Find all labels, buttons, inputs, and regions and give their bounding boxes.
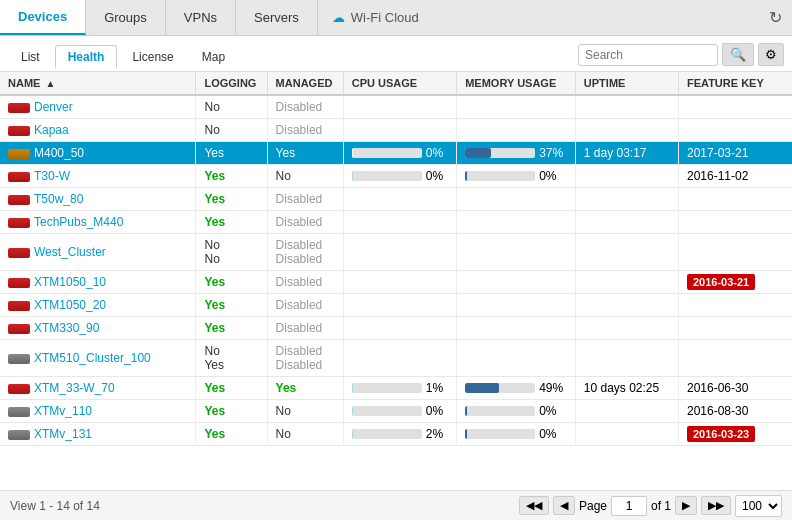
col-header-memory[interactable]: MEMORY USAGE — [457, 72, 576, 95]
table-row[interactable]: XTM_33-W_70 Yes Yes 1% 49% 10 days 02:25… — [0, 377, 792, 400]
nav-tab-servers[interactable]: Servers — [236, 0, 318, 35]
logging-cell: Yes — [196, 423, 267, 446]
cpu-pct-label: 0% — [426, 404, 443, 418]
memory-cell — [457, 317, 576, 340]
table-row[interactable]: West_Cluster NoNo DisabledDisabled — [0, 234, 792, 271]
managed-value: Disabled — [276, 215, 323, 229]
table-row[interactable]: TechPubs_M440 Yes Disabled — [0, 211, 792, 234]
device-link[interactable]: Kapaa — [34, 123, 69, 137]
cpu-cell — [343, 211, 456, 234]
tab-license[interactable]: License — [119, 45, 186, 68]
page-controls: ◀◀ ◀ Page of 1 ▶ ▶▶ 100 — [519, 495, 782, 517]
cpu-cell — [343, 317, 456, 340]
sub-row-managed: Disabled — [276, 238, 335, 252]
device-link[interactable]: M400_50 — [34, 146, 84, 160]
col-header-cpu[interactable]: CPU USAGE — [343, 72, 456, 95]
filter-button[interactable]: ⚙ — [758, 43, 784, 66]
table-row[interactable]: XTM510_Cluster_100 NoYes DisabledDisable… — [0, 340, 792, 377]
memory-progress-fill — [465, 406, 466, 416]
feature-key-cell — [678, 340, 792, 377]
prev-page-button[interactable]: ◀ — [553, 496, 575, 515]
nav-tab-vpns[interactable]: VPNs — [166, 0, 236, 35]
logging-cell: No — [196, 95, 267, 119]
logging-cell: Yes — [196, 294, 267, 317]
cpu-cell — [343, 340, 456, 377]
tab-map[interactable]: Map — [189, 45, 238, 68]
logging-value: Yes — [204, 404, 225, 418]
table-row[interactable]: T30-W Yes No 0% 0% 2016-11-02 — [0, 165, 792, 188]
col-header-uptime[interactable]: UPTIME — [575, 72, 678, 95]
device-link[interactable]: XTM_33-W_70 — [34, 381, 115, 395]
search-button[interactable]: 🔍 — [722, 43, 754, 66]
device-link[interactable]: XTM510_Cluster_100 — [34, 351, 151, 365]
table-row[interactable]: Denver No Disabled — [0, 95, 792, 119]
managed-cell: Disabled — [267, 95, 343, 119]
memory-progress-fill — [465, 171, 466, 181]
uptime-cell — [575, 188, 678, 211]
device-icon — [8, 172, 30, 182]
nav-tab-servers-label: Servers — [254, 10, 299, 25]
tab-health-label: Health — [68, 50, 105, 64]
page-number-input[interactable] — [611, 496, 647, 516]
device-icon — [8, 149, 30, 159]
device-link[interactable]: T30-W — [34, 169, 70, 183]
tab-health[interactable]: Health — [55, 45, 118, 69]
nav-tab-groups[interactable]: Groups — [86, 0, 166, 35]
managed-cell: Disabled — [267, 188, 343, 211]
feature-key-cell: 2016-06-30 — [678, 377, 792, 400]
table-row[interactable]: XTM330_90 Yes Disabled — [0, 317, 792, 340]
uptime-cell — [575, 340, 678, 377]
col-header-name[interactable]: NAME ▲ — [0, 72, 196, 95]
nav-wifi-cloud[interactable]: ☁ Wi-Fi Cloud — [318, 0, 433, 35]
device-link[interactable]: West_Cluster — [34, 245, 106, 259]
feature-key-cell — [678, 234, 792, 271]
uptime-cell: 1 day 03:17 — [575, 142, 678, 165]
device-icon — [8, 407, 30, 417]
logging-cell: NoNo — [196, 234, 267, 271]
col-header-logging[interactable]: LOGGING — [196, 72, 267, 95]
first-page-button[interactable]: ◀◀ — [519, 496, 549, 515]
tab-list[interactable]: List — [8, 45, 53, 68]
col-header-feature-key[interactable]: FEATURE KEY — [678, 72, 792, 95]
memory-cell — [457, 294, 576, 317]
nav-tab-vpns-label: VPNs — [184, 10, 217, 25]
search-input[interactable] — [578, 44, 718, 66]
refresh-button[interactable]: ↻ — [759, 0, 792, 35]
table-row[interactable]: Kapaa No Disabled — [0, 119, 792, 142]
cpu-cell: 2% — [343, 423, 456, 446]
memory-usage-cell: 49% — [465, 381, 567, 395]
logging-cell: No — [196, 119, 267, 142]
logging-value: Yes — [204, 192, 225, 206]
memory-progress-fill — [465, 148, 491, 158]
table-row[interactable]: XTM1050_20 Yes Disabled — [0, 294, 792, 317]
device-name-cell: Kapaa — [0, 119, 196, 142]
device-link[interactable]: XTM330_90 — [34, 321, 99, 335]
cpu-pct-label: 0% — [426, 169, 443, 183]
table-row[interactable]: XTMv_131 Yes No 2% 0% 2016-03-23 — [0, 423, 792, 446]
table-row[interactable]: T50w_80 Yes Disabled — [0, 188, 792, 211]
memory-pct-label: 0% — [539, 169, 556, 183]
logging-cell: Yes — [196, 142, 267, 165]
feature-key-cell — [678, 317, 792, 340]
logging-cell: Yes — [196, 271, 267, 294]
device-link[interactable]: XTM1050_10 — [34, 275, 106, 289]
nav-tab-devices[interactable]: Devices — [0, 0, 86, 35]
memory-progress-bar — [465, 383, 535, 393]
next-page-button[interactable]: ▶ — [675, 496, 697, 515]
managed-value: Yes — [276, 146, 296, 160]
cpu-usage-cell: 2% — [352, 427, 448, 441]
device-link[interactable]: Denver — [34, 100, 73, 114]
device-link[interactable]: T50w_80 — [34, 192, 83, 206]
device-link[interactable]: XTMv_110 — [34, 404, 92, 418]
device-link[interactable]: XTM1050_20 — [34, 298, 106, 312]
per-page-select[interactable]: 100 — [735, 495, 782, 517]
logging-cell: Yes — [196, 188, 267, 211]
col-header-managed[interactable]: MANAGED — [267, 72, 343, 95]
table-row[interactable]: M400_50 Yes Yes 0% 37% 1 day 03:17 2017-… — [0, 142, 792, 165]
managed-value: Disabled — [276, 275, 323, 289]
device-link[interactable]: TechPubs_M440 — [34, 215, 123, 229]
device-link[interactable]: XTMv_131 — [34, 427, 92, 441]
table-row[interactable]: XTM1050_10 Yes Disabled 2016-03-21 — [0, 271, 792, 294]
last-page-button[interactable]: ▶▶ — [701, 496, 731, 515]
table-row[interactable]: XTMv_110 Yes No 0% 0% 2016-08-30 — [0, 400, 792, 423]
